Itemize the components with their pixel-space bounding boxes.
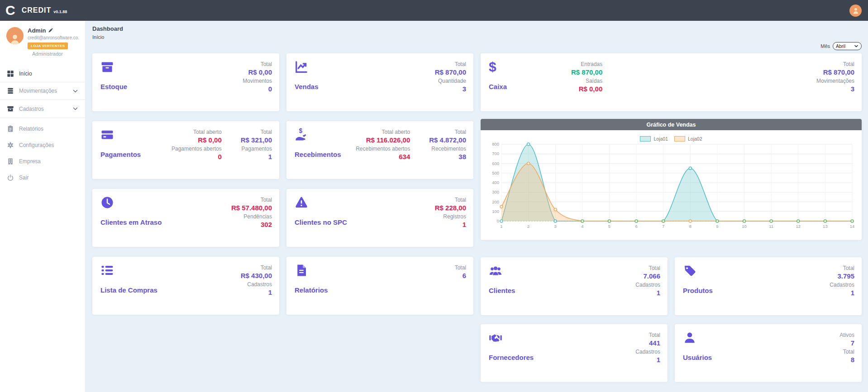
- card-title: Clientes em Atraso: [100, 218, 162, 226]
- gear-icon: [7, 142, 14, 149]
- card-stats: Total 3.795 Cadastros 1: [830, 264, 854, 297]
- card-clientes-em-atraso[interactable]: Clientes em Atraso Total R$ 57.480,00 Pe…: [92, 189, 279, 247]
- card-lista-de-compras[interactable]: Lista de Compras Total R$ 430,00 Cadastr…: [92, 257, 279, 315]
- main-content: Dashboard Início Mês Abril Estoque Total…: [85, 21, 868, 392]
- svg-text:14: 14: [850, 224, 855, 229]
- card-clientes[interactable]: Clientes Total 7.066 Cadastros 1: [481, 257, 668, 315]
- svg-text:500: 500: [492, 170, 499, 175]
- building-icon: [7, 158, 14, 165]
- legend-swatch: [640, 136, 651, 142]
- svg-text:$: $: [299, 128, 302, 134]
- legend-loja01[interactable]: Loja01: [640, 136, 668, 142]
- card-title: Relatórios: [295, 286, 328, 294]
- card-relatorios[interactable]: Relatórios Total 6: [286, 257, 473, 315]
- month-select[interactable]: Abril: [833, 42, 862, 50]
- right-column: $ Caixa Entradas R$ 870,00 Saídas R$ 0,0…: [481, 53, 862, 382]
- month-label: Mês: [820, 43, 830, 49]
- svg-text:200: 200: [492, 199, 499, 204]
- card-clientes-no-spc[interactable]: Clientes no SPC Total R$ 228,00 Registro…: [286, 189, 473, 247]
- sidebar-item-relatorios[interactable]: Relatórios: [0, 121, 85, 137]
- card-estoque[interactable]: Estoque Total R$ 0,00 Movimentos 0: [92, 53, 279, 111]
- chevron-down-icon: [854, 44, 858, 48]
- card-title: Recebimentos: [295, 151, 341, 158]
- profile-block: Admin credit@anronsoftware.co... LOJA VE…: [0, 21, 85, 59]
- svg-text:10: 10: [742, 224, 747, 229]
- clock-icon: [100, 196, 114, 209]
- svg-text:800: 800: [492, 142, 499, 146]
- card-produtos[interactable]: Produtos Total 3.795 Cadastros 1: [675, 257, 862, 315]
- database-icon: [7, 87, 14, 94]
- chart-plot-area: 0100200300400500600700800123456789101112…: [481, 142, 862, 231]
- svg-text:400: 400: [492, 180, 499, 185]
- topbar: C CREDIT v0.1.88: [0, 0, 868, 21]
- page-title: Dashboard: [92, 25, 862, 32]
- hand-money-icon: $: [295, 128, 308, 142]
- card-stats: Ativos 7 Total 8: [839, 331, 854, 364]
- svg-text:1: 1: [500, 224, 502, 229]
- card-pagamentos[interactable]: Pagamentos Total aberto R$ 0,00 Pagament…: [92, 121, 279, 179]
- svg-text:8: 8: [689, 224, 692, 229]
- svg-text:11: 11: [769, 224, 773, 229]
- svg-text:600: 600: [492, 161, 499, 166]
- price-tag-icon: [683, 264, 696, 278]
- card-title: Produtos: [683, 287, 713, 294]
- svg-text:3: 3: [554, 224, 557, 229]
- power-icon: [7, 174, 14, 181]
- pencil-edit-icon[interactable]: [48, 28, 53, 33]
- sidebar-item-configuracoes[interactable]: Configurações: [0, 137, 85, 153]
- profile-email: credit@anronsoftware.co...: [28, 35, 80, 40]
- card-stats: Total aberto R$ 116.026,00 Recebimentos …: [356, 128, 466, 161]
- sidebar-item-movimentacoes[interactable]: Movimentações: [0, 82, 85, 100]
- people-group-icon: [489, 264, 502, 278]
- card-title: Clientes: [489, 287, 515, 294]
- store-badge: LOJA VERTENTES: [28, 43, 68, 49]
- chart-title: Gráfico de Vendas: [481, 119, 862, 130]
- profile-name: Admin: [28, 27, 46, 34]
- card-vendas[interactable]: Vendas Total R$ 870,00 Quantidade 3: [286, 53, 473, 111]
- sidebar-item-inicio[interactable]: Início: [0, 66, 85, 82]
- chevron-down-icon: [72, 88, 78, 94]
- sales-chart-card: Gráfico de Vendas Loja01 Loja02 01002003…: [481, 119, 862, 240]
- card-title: Vendas: [295, 83, 319, 90]
- card-recebimentos[interactable]: $ Recebimentos Total aberto R$ 116.026,0…: [286, 121, 473, 179]
- document-icon: [295, 264, 308, 277]
- card-fornecedores[interactable]: Fornecedores Total 441 Cadastros 1: [481, 324, 668, 382]
- card-title: Pagamentos: [100, 151, 141, 158]
- card-caixa[interactable]: $ Caixa Entradas R$ 870,00 Saídas R$ 0,0…: [481, 53, 862, 111]
- svg-text:5: 5: [608, 224, 610, 229]
- svg-text:12: 12: [796, 224, 801, 229]
- svg-text:0: 0: [497, 218, 499, 223]
- svg-text:2: 2: [527, 224, 529, 229]
- card-title: Estoque: [100, 83, 127, 90]
- legend-loja02[interactable]: Loja02: [674, 136, 702, 142]
- card-title: Usuários: [683, 354, 712, 361]
- clipboard-icon: [7, 125, 14, 132]
- card-stats: Total R$ 870,00 Quantidade 3: [435, 60, 466, 93]
- list-icon: [100, 264, 114, 277]
- archive-box-icon: [7, 105, 14, 113]
- card-title: Clientes no SPC: [295, 218, 347, 226]
- sidebar-item-sair[interactable]: Sair: [0, 170, 85, 186]
- left-column: Estoque Total R$ 0,00 Movimentos 0 Venda…: [92, 53, 473, 382]
- app-logo-icon: C: [5, 4, 15, 17]
- person-icon: [9, 33, 21, 44]
- avatar: [6, 27, 24, 44]
- box-icon: [100, 60, 114, 74]
- svg-text:13: 13: [823, 224, 828, 229]
- sidebar-menu: Início Movimentações Cadastros Relatório…: [0, 66, 85, 186]
- card-stats: Total 6: [455, 263, 466, 280]
- profile-role: Administrador: [28, 51, 80, 57]
- app-name: CREDIT: [22, 6, 52, 14]
- month-filter: Mês Abril: [92, 42, 862, 51]
- sidebar-item-cadastros[interactable]: Cadastros: [0, 100, 85, 118]
- sidebar-item-empresa[interactable]: Empresa: [0, 153, 85, 170]
- person-icon: [683, 331, 696, 345]
- dollar-icon: $: [489, 60, 502, 74]
- dashboard-grid: Estoque Total R$ 0,00 Movimentos 0 Venda…: [92, 53, 862, 382]
- card-stats: Total R$ 430,00 Cadastros 1: [241, 263, 272, 297]
- person-icon: [852, 6, 860, 14]
- user-avatar[interactable]: [849, 5, 862, 17]
- card-stats: Total aberto R$ 0,00 Pagamentos abertos …: [172, 128, 272, 161]
- chevron-down-icon: [72, 106, 78, 112]
- card-usuarios[interactable]: Usuários Ativos 7 Total 8: [675, 324, 862, 382]
